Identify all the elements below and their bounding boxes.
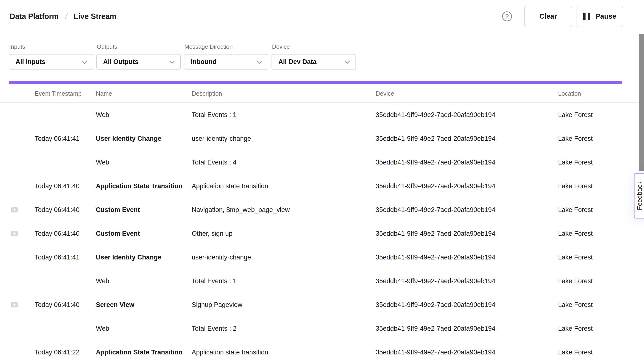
cell-device: 35eddb41-9ff9-49e2-7aed-20afa90eb194 bbox=[376, 159, 495, 166]
cell-name: Web bbox=[96, 277, 109, 285]
cell-device: 35eddb41-9ff9-49e2-7aed-20afa90eb194 bbox=[376, 349, 495, 356]
help-icon[interactable]: ? bbox=[502, 11, 512, 21]
cell-device: 35eddb41-9ff9-49e2-7aed-20afa90eb194 bbox=[376, 111, 495, 119]
page-title: Live Stream bbox=[74, 12, 116, 21]
pause-icon bbox=[583, 12, 590, 20]
cell-description: Total Events : 4 bbox=[192, 159, 236, 166]
device-select[interactable]: All Dev Data bbox=[272, 54, 356, 70]
cell-name: Application State Transition bbox=[96, 182, 182, 190]
cell-description: Application state transition bbox=[192, 349, 268, 356]
cell-description: Signup Pageview bbox=[192, 301, 242, 309]
cell-device: 35eddb41-9ff9-49e2-7aed-20afa90eb194 bbox=[376, 254, 495, 261]
cell-description: Application state transition bbox=[192, 182, 268, 190]
cell-name: Web bbox=[96, 111, 109, 119]
plus-icon: + bbox=[13, 231, 16, 236]
cell-location: Lake Forest bbox=[558, 206, 593, 214]
inputs-select-value: All Inputs bbox=[16, 58, 46, 66]
column-header-location: Location bbox=[558, 90, 581, 97]
cell-location: Lake Forest bbox=[558, 135, 593, 143]
inputs-filter-label: Inputs bbox=[9, 43, 93, 50]
pause-button[interactable]: Pause bbox=[576, 6, 623, 27]
outputs-select[interactable]: All Outputs bbox=[96, 54, 181, 70]
cell-location: Lake Forest bbox=[558, 325, 593, 332]
cell-name: Custom Event bbox=[96, 206, 140, 214]
cell-timestamp: Today 06:41:41 bbox=[35, 254, 80, 261]
message-direction-select[interactable]: Inbound bbox=[184, 54, 268, 70]
outputs-filter-label: Outputs bbox=[97, 43, 181, 50]
cell-location: Lake Forest bbox=[558, 230, 593, 237]
table-row[interactable]: Today 06:41:22 Application State Transit… bbox=[0, 340, 644, 360]
cell-description: Total Events : 1 bbox=[192, 111, 236, 119]
column-header-device: Device bbox=[376, 90, 394, 97]
accent-divider bbox=[9, 81, 622, 84]
table-row[interactable]: + Today 06:41:40 Custom Event Navigation… bbox=[0, 198, 644, 222]
cell-device: 35eddb41-9ff9-49e2-7aed-20afa90eb194 bbox=[376, 301, 495, 309]
breadcrumb-root[interactable]: Data Platform bbox=[10, 12, 59, 21]
clear-button[interactable]: Clear bbox=[524, 6, 572, 27]
cell-timestamp: Today 06:41:40 bbox=[35, 301, 80, 309]
table-row[interactable]: Today 06:41:41 User Identity Change user… bbox=[0, 127, 644, 151]
cell-name: User Identity Change bbox=[96, 254, 161, 261]
filter-bar: Inputs All Inputs Outputs All Outputs Me… bbox=[9, 33, 356, 70]
column-header-timestamp: Event Timestamp bbox=[35, 90, 82, 97]
table-row[interactable]: Today 06:41:40 Application State Transit… bbox=[0, 174, 644, 198]
cell-description: user-identity-change bbox=[192, 254, 251, 261]
cell-name: Custom Event bbox=[96, 230, 140, 237]
breadcrumb-separator: / bbox=[64, 11, 68, 21]
cell-timestamp: Today 06:41:40 bbox=[35, 206, 80, 214]
cell-name: User Identity Change bbox=[96, 135, 161, 143]
cell-timestamp: Today 06:41:40 bbox=[35, 182, 80, 190]
chevron-down-icon bbox=[257, 58, 262, 64]
cell-timestamp: Today 06:41:40 bbox=[35, 230, 80, 237]
cell-location: Lake Forest bbox=[558, 277, 593, 285]
cell-description: Other, sign up bbox=[192, 230, 232, 237]
expand-button[interactable]: + bbox=[11, 231, 18, 236]
cell-timestamp: Today 06:41:41 bbox=[35, 135, 80, 143]
vertical-scrollbar-thumb[interactable] bbox=[639, 34, 644, 171]
chevron-down-icon bbox=[344, 58, 350, 64]
cell-description: Navigation, $mp_web_page_view bbox=[192, 206, 290, 214]
cell-device: 35eddb41-9ff9-49e2-7aed-20afa90eb194 bbox=[376, 206, 495, 214]
message-direction-filter-label: Message Direction bbox=[184, 43, 268, 50]
outputs-select-value: All Outputs bbox=[103, 58, 138, 66]
table-row[interactable]: Web Total Events : 4 35eddb41-9ff9-49e2-… bbox=[0, 151, 644, 174]
table-row[interactable]: Web Total Events : 1 35eddb41-9ff9-49e2-… bbox=[0, 269, 644, 293]
cell-location: Lake Forest bbox=[558, 111, 593, 119]
cell-location: Lake Forest bbox=[558, 254, 593, 261]
message-direction-select-value: Inbound bbox=[191, 58, 216, 66]
cell-description: Total Events : 2 bbox=[192, 325, 236, 332]
expand-button[interactable]: + bbox=[11, 302, 18, 307]
device-select-value: All Dev Data bbox=[278, 58, 317, 66]
plus-icon: + bbox=[13, 207, 16, 212]
table-body: Web Total Events : 1 35eddb41-9ff9-49e2-… bbox=[0, 103, 644, 360]
device-filter-label: Device bbox=[272, 43, 356, 50]
page-header: Data Platform / Live Stream ? Clear Paus… bbox=[0, 0, 644, 33]
pause-button-label: Pause bbox=[596, 12, 616, 20]
chevron-down-icon bbox=[82, 58, 87, 64]
cell-name: Web bbox=[96, 325, 109, 332]
expand-button[interactable]: + bbox=[11, 207, 18, 212]
cell-name: Web bbox=[96, 159, 109, 166]
table-header-row: Event Timestamp Name Description Device … bbox=[0, 84, 644, 103]
cell-description: user-identity-change bbox=[192, 135, 251, 143]
cell-device: 35eddb41-9ff9-49e2-7aed-20afa90eb194 bbox=[376, 182, 495, 190]
chevron-down-icon bbox=[169, 58, 175, 64]
breadcrumb: Data Platform / Live Stream bbox=[10, 11, 116, 21]
cell-location: Lake Forest bbox=[558, 182, 593, 190]
feedback-tab[interactable]: Feedback bbox=[634, 173, 644, 218]
cell-location: Lake Forest bbox=[558, 159, 593, 166]
cell-device: 35eddb41-9ff9-49e2-7aed-20afa90eb194 bbox=[376, 277, 495, 285]
cell-description: Total Events : 1 bbox=[192, 277, 236, 285]
table-row[interactable]: + Today 06:41:40 Screen View Signup Page… bbox=[0, 293, 644, 317]
inputs-select[interactable]: All Inputs bbox=[9, 54, 93, 70]
cell-location: Lake Forest bbox=[558, 349, 593, 356]
filter-device: Device All Dev Data bbox=[272, 43, 356, 70]
table-row[interactable]: + Today 06:41:40 Custom Event Other, sig… bbox=[0, 222, 644, 245]
table-row[interactable]: Web Total Events : 1 35eddb41-9ff9-49e2-… bbox=[0, 103, 644, 127]
table-row[interactable]: Today 06:41:41 User Identity Change user… bbox=[0, 245, 644, 269]
feedback-tab-label: Feedback bbox=[636, 181, 644, 210]
header-actions: ? Clear Pause bbox=[502, 6, 623, 27]
cell-name: Screen View bbox=[96, 301, 134, 309]
plus-icon: + bbox=[13, 302, 16, 307]
table-row[interactable]: Web Total Events : 2 35eddb41-9ff9-49e2-… bbox=[0, 317, 644, 340]
